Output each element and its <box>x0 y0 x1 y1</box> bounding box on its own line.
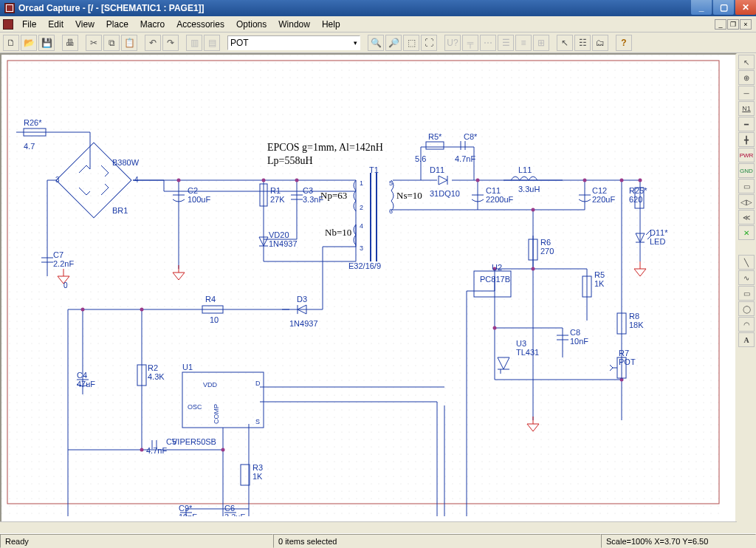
val-C12[interactable]: 220uF <box>592 195 615 204</box>
val-C5[interactable]: 4.7nF <box>146 446 167 455</box>
val-C9[interactable]: 10nF <box>179 513 197 516</box>
val-R6[interactable]: 270 <box>540 247 554 256</box>
val-C7[interactable]: 2.2nF <box>53 259 74 268</box>
port-tool-button[interactable]: ◁▷ <box>738 194 755 209</box>
zoom-area-button[interactable]: ⬚ <box>403 35 419 51</box>
val-D11[interactable]: 31DQ10 <box>430 189 460 198</box>
val-U3[interactable]: TL431 <box>516 348 539 357</box>
ref-C11[interactable]: C11 <box>486 186 501 195</box>
tool-c-button[interactable]: ☰ <box>498 35 514 51</box>
open-button[interactable]: 📂 <box>21 35 37 51</box>
zoom-in-button[interactable]: 🔍 <box>368 35 384 51</box>
ref-R5[interactable]: R5 <box>594 270 605 279</box>
menu-options[interactable]: Options <box>230 18 272 31</box>
wire-tool-button[interactable]: ─ <box>738 86 755 100</box>
schematic-canvas[interactable]: R26* 4.7 B380W BR1 3 4 C2 100uF R1 27K C… <box>0 53 737 533</box>
core[interactable]: E32/16/9 <box>348 261 381 270</box>
noconnect-button[interactable]: ✕ <box>738 225 755 240</box>
ref-L11[interactable]: L11 <box>518 165 532 174</box>
tool-d-button[interactable]: ≡ <box>515 35 532 51</box>
tile-vert-button[interactable]: ▤ <box>204 35 220 51</box>
ref-C9[interactable]: C9* <box>179 504 193 513</box>
val-R8[interactable]: 18K <box>629 321 644 329</box>
val-U1[interactable]: VIPER50SB <box>172 437 216 446</box>
minimize-button[interactable]: _ <box>691 0 712 15</box>
save-button[interactable]: 💾 <box>38 35 55 51</box>
ref-D11L[interactable]: D11* <box>650 228 668 237</box>
val-D3[interactable]: 1N4937 <box>289 319 318 328</box>
ref-C2[interactable]: C2 <box>188 186 198 195</box>
paste-button[interactable]: 📋 <box>121 35 137 51</box>
power-tool-button[interactable]: PWR <box>738 148 755 162</box>
ref-D3[interactable]: D3 <box>297 295 307 304</box>
ref-R26[interactable]: R26* <box>24 118 42 127</box>
val-R5s[interactable]: 5.6 <box>415 154 426 163</box>
ref-U1[interactable]: U1 <box>182 363 193 371</box>
mdi-minimize-button[interactable]: _ <box>715 19 726 30</box>
ref-C7[interactable]: C7 <box>53 250 63 259</box>
netname-tool-button[interactable]: N1 <box>738 101 755 116</box>
horizontal-scrollbar[interactable] <box>0 521 737 533</box>
val-R3[interactable]: 1K <box>252 472 263 481</box>
val-R25[interactable]: 620 <box>629 195 642 204</box>
note-epcos[interactable]: EPCOS g=1mm, Al=142nH <box>267 142 383 153</box>
val-R4[interactable]: 10 <box>210 315 219 324</box>
ref-R1[interactable]: R1 <box>270 186 281 195</box>
rect-tool-button[interactable]: ▭ <box>738 286 755 301</box>
bus-tool-button[interactable]: ━ <box>738 117 755 131</box>
val-C8s[interactable]: 4.7nF <box>455 154 475 163</box>
redo-button[interactable]: ↷ <box>162 35 179 51</box>
nbias[interactable]: Nb=10 <box>325 227 351 238</box>
offpage-tool-button[interactable]: ≪ <box>738 210 755 225</box>
ellipse-tool-button[interactable]: ◯ <box>738 301 755 316</box>
tool-e-button[interactable]: ⊞ <box>533 35 549 51</box>
ref-C6[interactable]: C6 <box>224 504 235 513</box>
mdi-restore-button[interactable]: ❐ <box>727 19 739 30</box>
val-C11[interactable]: 2200uF <box>486 195 514 204</box>
val-D11L[interactable]: LED <box>650 237 665 246</box>
close-button[interactable]: ✕ <box>735 0 756 15</box>
ref-R8[interactable]: R8 <box>629 312 639 321</box>
ref-U3[interactable]: U3 <box>516 339 526 348</box>
val-R26[interactable]: 4.7 <box>24 142 35 151</box>
menu-edit[interactable]: Edit <box>42 18 69 31</box>
menu-macro[interactable]: Macro <box>134 18 171 31</box>
junction-tool-button[interactable]: ╋ <box>738 132 755 147</box>
val-C8[interactable]: 10nF <box>570 337 588 346</box>
ref-R5s[interactable]: R5* <box>428 132 442 141</box>
menu-view[interactable]: View <box>69 18 100 31</box>
copy-button[interactable]: ⧉ <box>103 35 120 51</box>
hierarchy-button[interactable]: ☷ <box>574 35 591 51</box>
arc-tool-button[interactable]: ◠ <box>738 317 755 332</box>
undo-button[interactable]: ↶ <box>145 35 161 51</box>
ref-VD20[interactable]: VD20 <box>269 230 289 239</box>
nsec[interactable]: Ns=10 <box>396 190 422 201</box>
grid-button[interactable]: U? <box>444 35 461 51</box>
ref-R6[interactable]: R6 <box>540 238 551 247</box>
val-R2[interactable]: 4.3K <box>148 372 165 381</box>
menu-window[interactable]: Window <box>272 18 316 31</box>
select-button[interactable]: ↖ <box>557 35 573 51</box>
ground-tool-button[interactable]: GND <box>738 163 755 178</box>
val-C2[interactable]: 100uF <box>188 195 210 204</box>
maximize-button[interactable]: ▢ <box>713 0 734 15</box>
part-tool-button[interactable]: ⊕ <box>738 70 755 85</box>
polyline-tool-button[interactable]: ∿ <box>738 270 755 285</box>
text-tool-button[interactable]: A <box>738 332 755 347</box>
val-R7[interactable]: POT <box>619 357 636 366</box>
val-C4[interactable]: 47uF <box>77 380 95 388</box>
tool-a-button[interactable]: ╤ <box>462 35 478 51</box>
ref-C3[interactable]: C3 <box>303 186 313 195</box>
val-R5[interactable]: 1K <box>594 279 605 288</box>
menu-place[interactable]: Place <box>100 18 134 31</box>
help-button[interactable]: ? <box>616 35 632 51</box>
ref-R2[interactable]: R2 <box>148 363 158 372</box>
ref-R25[interactable]: R25* <box>629 186 647 195</box>
tool-b-button[interactable]: ⋯ <box>480 35 496 51</box>
val-U2[interactable]: PC817B <box>480 275 510 284</box>
cut-button[interactable]: ✂ <box>86 35 102 51</box>
mdi-close-button[interactable]: × <box>740 19 752 30</box>
hier-block-button[interactable]: ▭ <box>738 179 755 193</box>
zoom-fit-button[interactable]: ⛶ <box>421 35 437 51</box>
ref-R7[interactable]: R7 <box>619 349 629 357</box>
